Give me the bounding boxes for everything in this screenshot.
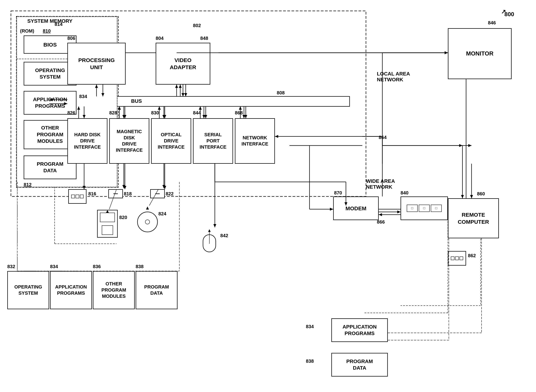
bottom-other-box: OTHERPROGRAMMODULES: [93, 271, 135, 309]
ref-828: 828: [109, 110, 117, 116]
cd-icon-small: ━━: [150, 189, 165, 198]
svg-marker-128: [163, 115, 166, 118]
ref-862: 862: [468, 253, 476, 258]
ref-802: 802: [193, 23, 201, 28]
hard-disk-icon: [68, 189, 86, 204]
ref-860: 860: [477, 191, 485, 197]
remote-data-box: PROGRAMDATA: [331, 353, 388, 377]
svg-marker-89: [181, 93, 185, 96]
wan-label: WIDE AREANETWORK: [366, 178, 395, 190]
svg-marker-10: [179, 84, 182, 88]
svg-marker-40: [122, 185, 125, 188]
svg-marker-111: [123, 186, 126, 189]
svg-marker-107: [461, 195, 464, 198]
svg-marker-144: [445, 51, 448, 54]
svg-rect-72: [100, 213, 115, 222]
remote-app-box: APPLICATIONPROGRAMS: [331, 318, 388, 342]
rom-label: (ROM): [20, 28, 34, 34]
remote-hdd-icon: [448, 251, 466, 266]
ref-834: 834: [79, 94, 87, 99]
ref-838c: 838: [306, 358, 314, 364]
ref-804: 804: [156, 35, 163, 41]
ref-830: 830: [151, 110, 159, 116]
svg-marker-130: [204, 115, 207, 118]
serial-port-box: SERIALPORTINTERFACE: [193, 118, 233, 164]
floppy-icon: ━━: [108, 189, 123, 198]
ref-842: 842: [220, 233, 228, 238]
svg-marker-87: [175, 84, 178, 88]
svg-marker-34: [330, 208, 333, 211]
svg-marker-81: [208, 229, 211, 232]
ref-868: 868: [235, 110, 243, 116]
diagram: 800 ↗ 802 SYSTEM MEMORY (ROM) 810 814 BI…: [0, 0, 536, 392]
ref-840: 840: [401, 190, 408, 196]
bottom-app-box: APPLICATIONPROGRAMS: [50, 271, 92, 309]
monitor-box: MONITOR: [448, 28, 512, 79]
processing-unit-box: PROCESSINGUNIT: [67, 43, 126, 84]
ref-806: 806: [67, 35, 75, 41]
ref-870: 870: [334, 190, 342, 196]
svg-marker-103: [275, 135, 278, 138]
svg-marker-132: [244, 115, 247, 118]
svg-marker-126: [123, 115, 126, 118]
remote-computer-box: REMOTECOMPUTER: [448, 198, 499, 238]
svg-marker-18: [203, 115, 205, 118]
ref-848: 848: [200, 35, 208, 41]
svg-marker-8: [184, 93, 187, 96]
hard-disk-drive-box: HARD DISKDRIVEINTERFACE: [67, 118, 107, 164]
svg-marker-136: [118, 106, 121, 110]
ref-824: 824: [158, 211, 166, 217]
svg-marker-142: [239, 106, 242, 110]
svg-rect-73: [102, 226, 113, 235]
svg-marker-74: [106, 210, 109, 213]
ref-812: 812: [24, 182, 32, 187]
ref-816: 816: [88, 191, 96, 197]
svg-marker-16: [162, 115, 165, 118]
ref-826: 826: [67, 110, 75, 116]
svg-marker-14: [122, 115, 125, 118]
svg-marker-20: [242, 115, 245, 118]
wan-device-box: □ □ □: [401, 196, 448, 220]
ref-808: 808: [277, 90, 285, 96]
svg-marker-140: [199, 106, 202, 110]
ref-818: 818: [124, 191, 132, 197]
bottom-data-box: PROGRAMDATA: [136, 271, 177, 309]
ref-836b: 836: [93, 264, 101, 269]
bottom-os-box: OPERATINGSYSTEM: [7, 271, 49, 309]
video-adapter-box: VIDEOADAPTER: [156, 43, 210, 84]
svg-marker-46: [379, 213, 382, 216]
diagram-arrow: ↗: [501, 8, 506, 15]
network-interface-box: NETWORKINTERFACE: [235, 118, 275, 164]
ref-866: 866: [377, 219, 385, 225]
svg-marker-138: [158, 106, 161, 110]
ref-844: 844: [193, 110, 201, 116]
ref-820: 820: [119, 215, 127, 220]
svg-marker-48: [470, 195, 473, 198]
svg-marker-113: [163, 186, 166, 189]
ref-810: 810: [43, 28, 51, 34]
svg-point-76: [145, 220, 150, 224]
svg-point-75: [138, 212, 157, 232]
bus-label: BUS: [131, 98, 142, 104]
cd-icon-large: [137, 205, 158, 237]
svg-marker-105: [459, 144, 462, 147]
floppy-drive-icon: [96, 209, 118, 238]
ref-814: 814: [55, 21, 62, 27]
mouse-icon: [200, 229, 218, 253]
svg-marker-65: [397, 210, 401, 213]
ref-864: 864: [379, 135, 387, 140]
svg-marker-77: [146, 206, 149, 210]
svg-marker-36: [213, 224, 216, 227]
ref-834b: 834: [50, 264, 58, 269]
magnetic-disk-drive-box: MAGNETICDISKDRIVEINTERFACE: [109, 118, 149, 164]
ref-834c: 834: [306, 324, 314, 329]
ref-846: 846: [488, 20, 496, 26]
ref-832b: 832: [7, 264, 15, 269]
optical-drive-box: OPTICALDRIVEINTERFACE: [151, 118, 191, 164]
svg-marker-27: [445, 51, 448, 54]
ref-822: 822: [166, 191, 174, 197]
system-memory-label: SYSTEM MEMORY: [27, 18, 72, 24]
ref-838b: 838: [136, 264, 143, 269]
lan-label: LOCAL AREANETWORK: [377, 71, 410, 83]
svg-rect-71: [97, 210, 117, 237]
